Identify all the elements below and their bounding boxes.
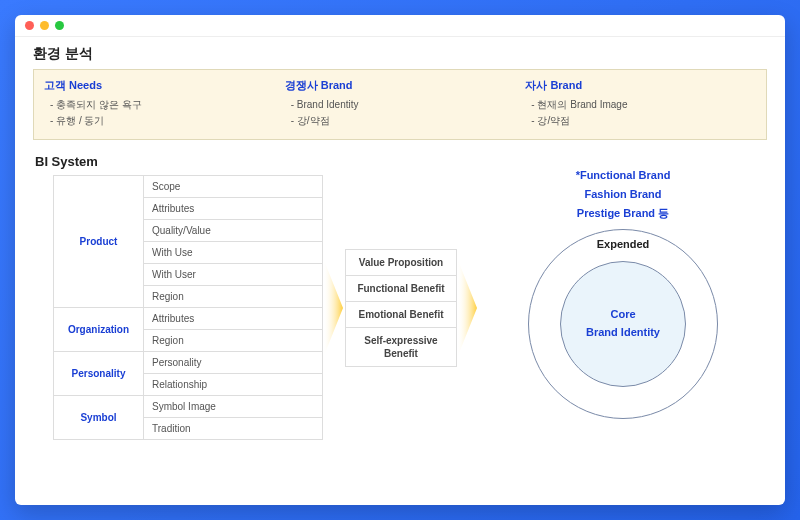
bi-cell: With User (144, 264, 323, 286)
bi-cell: Attributes (144, 198, 323, 220)
bi-cell: Attributes (144, 308, 323, 330)
bi-cat-product: Product (54, 176, 144, 308)
env-col-competitor: 경쟁사 Brand - Brand Identity - 강/약점 (285, 78, 516, 129)
env-title-customer: 고객 Needs (44, 78, 275, 93)
benefits-list: Value Proposition Functional Benefit Emo… (345, 249, 457, 367)
app-window: 환경 분석 고객 Needs - 충족되지 않은 욕구 - 유행 / 동기 경쟁… (15, 15, 785, 505)
bi-cell: Tradition (144, 418, 323, 440)
benefit-functional: Functional Benefit (345, 276, 457, 302)
brand-type: Prestige Brand 등 (576, 204, 671, 223)
environment-analysis-box: 고객 Needs - 충족되지 않은 욕구 - 유행 / 동기 경쟁사 Bran… (33, 69, 767, 140)
bi-cell: Relationship (144, 374, 323, 396)
bi-cell: Symbol Image (144, 396, 323, 418)
bi-cell: Quality/Value (144, 220, 323, 242)
bi-cat-symbol: Symbol (54, 396, 144, 440)
minimize-icon[interactable] (40, 21, 49, 30)
env-item: - Brand Identity (285, 97, 516, 113)
brand-types-list: *Functional Brand Fashion Brand Prestige… (576, 166, 671, 222)
identity-circles: Expended Core Brand Identity (528, 229, 718, 419)
bi-cell: Personality (144, 352, 323, 374)
env-title-self: 자사 Brand (525, 78, 756, 93)
env-item: - 충족되지 않은 욕구 (44, 97, 275, 113)
benefit-emotional: Emotional Benefit (345, 302, 457, 328)
env-item: - 유행 / 동기 (44, 113, 275, 129)
env-col-self: 자사 Brand - 현재의 Brand Image - 강/약점 (525, 78, 756, 129)
core-label: Core (610, 306, 635, 324)
maximize-icon[interactable] (55, 21, 64, 30)
svg-marker-1 (457, 258, 477, 358)
close-icon[interactable] (25, 21, 34, 30)
bi-cell: Scope (144, 176, 323, 198)
bi-cell: Region (144, 286, 323, 308)
svg-marker-0 (323, 258, 343, 358)
bi-cat-organization: Organization (54, 308, 144, 352)
bi-table: ProductScope Attributes Quality/Value Wi… (53, 175, 323, 440)
page-title: 환경 분석 (33, 45, 767, 63)
content-area: 환경 분석 고객 Needs - 충족되지 않은 욕구 - 유행 / 동기 경쟁… (15, 37, 785, 450)
bi-main-row: ProductScope Attributes Quality/Value Wi… (33, 175, 767, 440)
arrow-icon (323, 253, 345, 363)
env-item: - 현재의 Brand Image (525, 97, 756, 113)
bi-cell: Region (144, 330, 323, 352)
window-titlebar (15, 15, 785, 37)
benefit-value: Value Proposition (345, 249, 457, 276)
brand-identity-block: *Functional Brand Fashion Brand Prestige… (479, 196, 767, 418)
brand-type: Fashion Brand (576, 185, 671, 204)
arrow-icon (457, 253, 479, 363)
env-title-competitor: 경쟁사 Brand (285, 78, 516, 93)
bi-cat-personality: Personality (54, 352, 144, 396)
brand-identity-label: Brand Identity (586, 324, 660, 342)
bi-cell: With Use (144, 242, 323, 264)
brand-type: *Functional Brand (576, 166, 671, 185)
expended-label: Expended (529, 238, 717, 250)
inner-circle: Core Brand Identity (560, 261, 686, 387)
env-item: - 강/약점 (285, 113, 516, 129)
env-col-customer: 고객 Needs - 충족되지 않은 욕구 - 유행 / 동기 (44, 78, 275, 129)
env-item: - 강/약점 (525, 113, 756, 129)
benefit-self-expressive: Self-expressive Benefit (345, 328, 457, 367)
